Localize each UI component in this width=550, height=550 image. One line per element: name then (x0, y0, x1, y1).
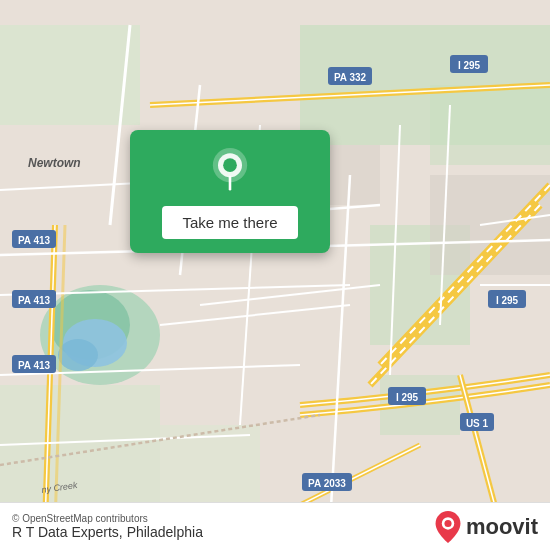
svg-text:PA 332: PA 332 (334, 72, 367, 83)
svg-text:I 295: I 295 (496, 295, 519, 306)
moovit-pin-icon (434, 511, 462, 543)
map-container: I 295 I 295 PA 332 PA 413 PA 413 PA 413 … (0, 0, 550, 550)
svg-text:PA 413: PA 413 (18, 235, 51, 246)
svg-rect-1 (0, 25, 140, 125)
svg-text:I 295: I 295 (396, 392, 419, 403)
moovit-logo: moovit (434, 511, 538, 543)
bottom-bar: © OpenStreetMap contributors R T Data Ex… (0, 502, 550, 550)
location-pin-icon (206, 148, 254, 196)
svg-text:PA 413: PA 413 (18, 295, 51, 306)
location-card: Take me there (130, 130, 330, 253)
moovit-brand-text: moovit (466, 514, 538, 540)
map-attribution: © OpenStreetMap contributors (12, 513, 203, 524)
svg-point-12 (58, 339, 98, 371)
svg-point-65 (223, 158, 237, 172)
location-label: R T Data Experts, Philadelphia (12, 524, 203, 540)
svg-line-35 (160, 305, 350, 325)
take-me-there-button[interactable]: Take me there (162, 206, 297, 239)
map-svg: I 295 I 295 PA 332 PA 413 PA 413 PA 413 … (0, 0, 550, 550)
bottom-left: © OpenStreetMap contributors R T Data Ex… (12, 513, 203, 540)
svg-line-30 (330, 175, 350, 525)
svg-text:I 295: I 295 (458, 60, 481, 71)
svg-text:Newtown: Newtown (28, 156, 81, 170)
svg-text:PA 413: PA 413 (18, 360, 51, 371)
svg-text:US 1: US 1 (466, 418, 489, 429)
svg-point-67 (444, 519, 451, 526)
svg-text:PA 2033: PA 2033 (308, 478, 346, 489)
